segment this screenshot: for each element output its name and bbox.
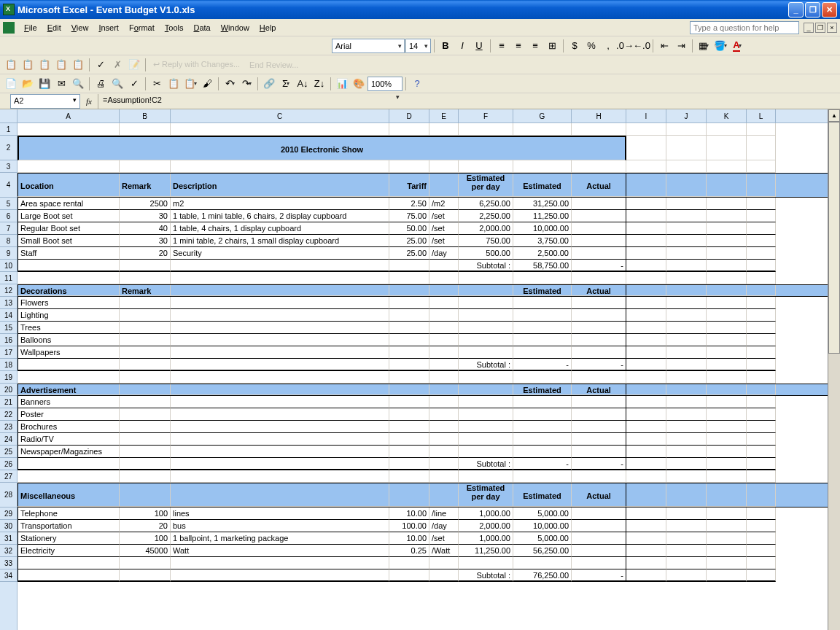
row-header[interactable]: 34 [0, 569, 17, 582]
row-header[interactable]: 20 [0, 384, 17, 396]
table-row[interactable]: Stationery1001 ballpoint, 1 marketing pa… [18, 532, 828, 545]
bold-button[interactable]: B [438, 38, 454, 54]
row-header[interactable]: 29 [0, 508, 17, 520]
name-box[interactable]: A2 [10, 94, 80, 109]
table-row[interactable]: Banners [18, 396, 828, 408]
font-size-combo[interactable]: 14 [405, 39, 431, 53]
table-row[interactable]: Transportation20bus100.00/day2,000.0010,… [18, 520, 828, 532]
section-decorations-title[interactable]: Decorations [18, 285, 120, 296]
table-row[interactable]: Regular Boot set401 table, 4 chairs, 1 d… [18, 222, 828, 235]
track-button[interactable]: 📝 [126, 57, 142, 73]
row-header[interactable]: 7 [0, 222, 17, 235]
table-row[interactable]: Staff20Security25.00/day500.002,500.00 [18, 247, 828, 260]
menu-tools[interactable]: Tools [160, 22, 189, 34]
maximize-button[interactable]: ❐ [805, 2, 820, 18]
col-header[interactable]: C [171, 109, 389, 122]
prev-comment-button[interactable]: 📋 [20, 57, 36, 73]
new-button[interactable]: 📄 [3, 76, 19, 92]
table-row[interactable]: Brochures [18, 421, 828, 433]
reject-button[interactable]: ✗ [109, 57, 125, 73]
percent-button[interactable]: % [583, 38, 599, 54]
row-header[interactable]: 18 [0, 359, 17, 371]
redo-button[interactable]: ↷▾ [238, 76, 254, 92]
row-header[interactable]: 31 [0, 532, 17, 545]
menu-edit[interactable]: Edit [42, 22, 66, 34]
table-row[interactable]: Small Boot set301 mini table, 2 chairs, … [18, 235, 828, 247]
row-header[interactable]: 14 [0, 309, 17, 322]
row-header[interactable]: 11 [0, 272, 17, 284]
row-header[interactable]: 22 [0, 408, 17, 421]
fx-icon[interactable]: fx [86, 97, 92, 106]
next-comment-button[interactable]: 📋 [36, 57, 52, 73]
doc-close-button[interactable]: × [827, 23, 837, 33]
table-row[interactable]: Wallpapers [18, 346, 828, 359]
table-row[interactable]: Lighting [18, 309, 828, 322]
help-search-input[interactable] [690, 21, 799, 34]
print-preview-button[interactable]: 🔍 [109, 76, 125, 92]
currency-button[interactable]: $ [567, 38, 583, 54]
align-left-button[interactable]: ≡ [494, 38, 510, 54]
print-button[interactable]: 🖨 [93, 76, 109, 92]
col-header[interactable]: L [747, 109, 776, 122]
end-review-button[interactable]: End Review... [245, 61, 303, 69]
spelling-button[interactable]: ✓ [126, 76, 142, 92]
decrease-indent-button[interactable]: ⇤ [656, 38, 672, 54]
sort-asc-button[interactable]: A↓ [295, 76, 311, 92]
format-painter-button[interactable]: 🖌 [199, 76, 215, 92]
select-all-corner[interactable] [0, 109, 17, 123]
minimize-button[interactable]: _ [788, 2, 804, 18]
menu-file[interactable]: File [19, 22, 42, 34]
merge-center-button[interactable]: ⊞ [544, 38, 560, 54]
close-button[interactable]: ✕ [822, 2, 837, 18]
font-name-combo[interactable]: Arial [332, 39, 405, 53]
chart-wizard-button[interactable]: 📊 [334, 76, 350, 92]
row-header[interactable]: 1 [0, 123, 17, 136]
row-header[interactable]: 13 [0, 297, 17, 309]
row-header[interactable]: 24 [0, 433, 17, 446]
col-header[interactable]: B [120, 109, 171, 122]
font-color-button[interactable]: A▾ [729, 38, 745, 54]
table-row[interactable]: Electricity45000Watt0.25/Watt11,250.0056… [18, 545, 828, 557]
email-button[interactable]: ✉ [53, 76, 69, 92]
doc-restore-button[interactable]: ❐ [815, 23, 825, 33]
banner-title[interactable]: 2010 Electronic Show [18, 136, 626, 160]
menu-format[interactable]: Format [124, 22, 160, 34]
row-header[interactable]: 9 [0, 247, 17, 260]
table-row[interactable]: Large Boot set301 table, 1 mini table, 6… [18, 210, 828, 222]
col-header[interactable]: A [18, 109, 120, 122]
italic-button[interactable]: I [454, 38, 470, 54]
accept-button[interactable]: ✓ [93, 57, 109, 73]
row-header[interactable]: 33 [0, 557, 17, 569]
open-button[interactable]: 📂 [20, 76, 36, 92]
borders-button[interactable]: ▦▾ [696, 38, 712, 54]
section-location-title[interactable]: Location [18, 174, 120, 197]
menu-window[interactable]: Window [216, 22, 254, 34]
row-header[interactable]: 32 [0, 545, 17, 557]
col-header[interactable]: F [459, 109, 513, 122]
cut-button[interactable]: ✂ [149, 76, 165, 92]
reply-changes-button[interactable]: ↩ Reply with Changes... [149, 60, 244, 69]
menu-view[interactable]: View [66, 22, 94, 34]
show-comment-button[interactable]: 📋 [53, 57, 69, 73]
formula-bar[interactable]: =Assumption!C2 [98, 94, 840, 109]
col-header[interactable]: J [666, 109, 707, 122]
table-row[interactable]: Newspaper/Magazines [18, 446, 828, 458]
table-row[interactable]: Radio/TV [18, 433, 828, 446]
vertical-scrollbar[interactable]: ▲ ▼ [828, 109, 840, 630]
row-header[interactable]: 30 [0, 520, 17, 532]
scroll-thumb[interactable] [828, 122, 840, 354]
menu-data[interactable]: Data [188, 22, 215, 34]
new-comment-button[interactable]: 📋 [3, 57, 19, 73]
row-header[interactable]: 25 [0, 446, 17, 458]
table-row[interactable]: Trees [18, 322, 828, 334]
row-header[interactable]: 23 [0, 421, 17, 433]
col-header[interactable]: H [572, 109, 626, 122]
table-row[interactable]: Area space rental2500m22.50/m26,250.0031… [18, 198, 828, 210]
row-header[interactable]: 15 [0, 322, 17, 334]
row-header[interactable]: 5 [0, 198, 17, 210]
paste-button[interactable]: 📋▾ [182, 76, 198, 92]
row-header[interactable]: 12 [0, 284, 17, 297]
increase-decimal-button[interactable]: .0→ [617, 38, 633, 54]
table-row[interactable]: Balloons [18, 334, 828, 346]
decrease-decimal-button[interactable]: ←.0 [634, 38, 650, 54]
